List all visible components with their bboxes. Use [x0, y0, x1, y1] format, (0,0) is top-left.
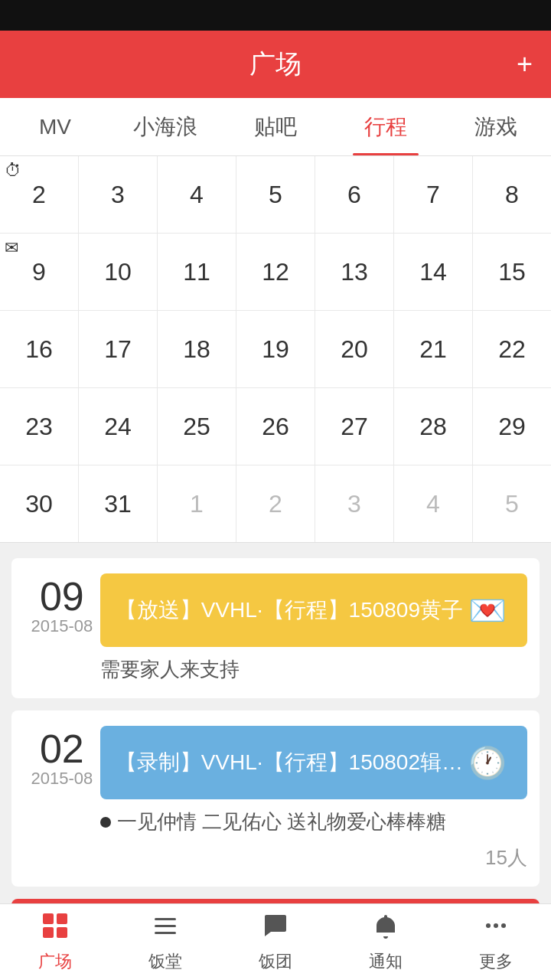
clock-icon: ⏱	[5, 161, 21, 181]
calendar-cell[interactable]: 8	[473, 156, 551, 233]
event-day: 02	[40, 729, 84, 769]
calendar-cell[interactable]: 1	[158, 466, 236, 542]
cell-number: 3	[111, 181, 125, 209]
calendar-cell[interactable]: 14	[394, 234, 473, 310]
desc-dot	[100, 817, 111, 828]
svg-rect-2	[43, 927, 54, 938]
event-content: 【放送】VVHL·【行程】150809黄子💌需要家人来支持	[100, 573, 527, 683]
cell-number: 18	[183, 335, 210, 364]
add-button[interactable]: +	[517, 48, 533, 80]
calendar-cell[interactable]: 13	[315, 234, 394, 310]
calendar-cell[interactable]: 11	[158, 234, 236, 310]
tab-mv[interactable]: MV	[0, 98, 110, 155]
svg-rect-6	[155, 932, 176, 934]
event-card-text: 【录制】VVHL·【行程】150802辑…	[116, 748, 463, 777]
cell-number: 14	[419, 258, 447, 286]
bottom-nav: 广场饭堂饭团通知更多	[0, 903, 551, 980]
calendar-cell[interactable]: 22	[473, 311, 551, 387]
tab-tieba[interactable]: 贴吧	[220, 98, 331, 155]
cell-number: 2	[269, 490, 282, 518]
calendar-cell[interactable]: 4	[158, 156, 236, 233]
cell-number: 20	[341, 335, 368, 364]
event-card[interactable]: 【录制】VVHL·【行程】150802辑…🕐	[100, 726, 527, 799]
calendar-cell[interactable]: 7	[394, 156, 473, 233]
fantuan-icon	[262, 912, 289, 946]
svg-point-7	[486, 923, 491, 928]
calendar-cell[interactable]: 25	[158, 388, 236, 465]
nav-item-fantuan[interactable]: 饭团	[220, 904, 331, 980]
calendar-cell[interactable]: 28	[394, 388, 473, 465]
event-item: 092015-08【放送】VVHL·【行程】150809黄子💌需要家人来支持	[11, 558, 540, 698]
calendar-cell[interactable]: 19	[236, 311, 315, 387]
calendar-cell[interactable]: 21	[394, 311, 473, 387]
calendar-cell[interactable]: 31	[79, 466, 158, 542]
calendar-cell[interactable]: 5	[236, 156, 315, 233]
calendar-cell[interactable]: 6	[315, 156, 394, 233]
nav-item-gengduo[interactable]: 更多	[441, 904, 551, 980]
calendar-cell[interactable]: 17	[79, 311, 158, 387]
tab-youxi[interactable]: 游戏	[441, 98, 551, 155]
svg-rect-0	[43, 913, 54, 924]
calendar-cell[interactable]: 12	[236, 234, 315, 310]
calendar-cell[interactable]: 10	[79, 234, 158, 310]
event-card-icon: 💌	[463, 586, 512, 635]
calendar-cell[interactable]: 24	[79, 388, 158, 465]
calendar-cell[interactable]: ⏱2	[0, 156, 79, 233]
nav-item-fanting[interactable]: 饭堂	[110, 904, 220, 980]
calendar-cell[interactable]: 3	[79, 156, 158, 233]
svg-rect-3	[57, 927, 67, 938]
cell-number: 16	[25, 335, 53, 364]
cell-number: 6	[347, 181, 361, 209]
header: 广场 +	[0, 31, 551, 98]
fanting-label: 饭堂	[148, 950, 182, 973]
event-content: 【录制】VVHL·【行程】150802辑…🕐一见仲情 二见佑心 送礼物爱心棒棒糖…	[100, 726, 527, 871]
desc-text: 一见仲情 二见佑心 送礼物爱心棒棒糖	[117, 808, 446, 835]
cell-number: 26	[262, 413, 289, 441]
cell-number: 17	[104, 335, 132, 364]
fantuan-label: 饭团	[259, 950, 292, 973]
calendar-cell[interactable]: 29	[473, 388, 551, 465]
tab-xingcheng[interactable]: 行程	[331, 98, 441, 155]
calendar-cell[interactable]: 20	[315, 311, 394, 387]
cell-number: 2	[32, 181, 46, 209]
calendar-cell[interactable]: 16	[0, 311, 79, 387]
event-date: 092015-08	[24, 573, 100, 636]
cell-number: 30	[25, 490, 53, 518]
calendar-cell[interactable]: 15	[473, 234, 551, 310]
calendar: ⏱2345678✉9101112131415161718192021222324…	[0, 156, 551, 543]
cell-number: 11	[183, 258, 210, 286]
cell-number: 27	[341, 413, 368, 441]
calendar-cell[interactable]: 18	[158, 311, 236, 387]
tab-xiaohailan[interactable]: 小海浪	[110, 98, 220, 155]
cell-number: 15	[498, 258, 526, 286]
event-item: 022015-08【录制】VVHL·【行程】150802辑…🕐一见仲情 二见佑心…	[11, 710, 540, 887]
cell-number: 25	[183, 413, 210, 441]
tab-bar: MV小海浪贴吧行程游戏	[0, 98, 551, 156]
calendar-cell[interactable]: 4	[394, 466, 473, 542]
status-bar	[0, 0, 551, 31]
cell-number: 7	[426, 181, 440, 209]
calendar-cell[interactable]: 30	[0, 466, 79, 542]
cell-number: 8	[505, 181, 519, 209]
calendar-cell[interactable]: 23	[0, 388, 79, 465]
calendar-cell[interactable]: 26	[236, 388, 315, 465]
calendar-cell[interactable]: 27	[315, 388, 394, 465]
svg-point-9	[501, 923, 506, 928]
nav-item-guangchang[interactable]: 广场	[0, 904, 110, 980]
calendar-cell[interactable]: 2	[236, 466, 315, 542]
calendar-cell[interactable]: ✉9	[0, 234, 79, 310]
event-meta: 15人	[100, 844, 527, 871]
event-year-month: 2015-08	[31, 616, 93, 636]
gengduo-icon	[482, 912, 510, 946]
event-desc: 需要家人来支持	[100, 656, 527, 683]
fanting-icon	[152, 912, 179, 946]
tongzhi-icon	[372, 912, 399, 946]
event-card[interactable]: 【放送】VVHL·【行程】150809黄子💌	[100, 573, 527, 647]
cell-number: 4	[426, 490, 440, 518]
cell-number: 3	[347, 490, 361, 518]
event-card-text: 【放送】VVHL·【行程】150809黄子	[116, 596, 463, 625]
calendar-cell[interactable]: 3	[315, 466, 394, 542]
nav-item-tongzhi[interactable]: 通知	[331, 904, 441, 980]
calendar-cell[interactable]: 5	[473, 466, 551, 542]
cell-number: 13	[341, 258, 368, 286]
